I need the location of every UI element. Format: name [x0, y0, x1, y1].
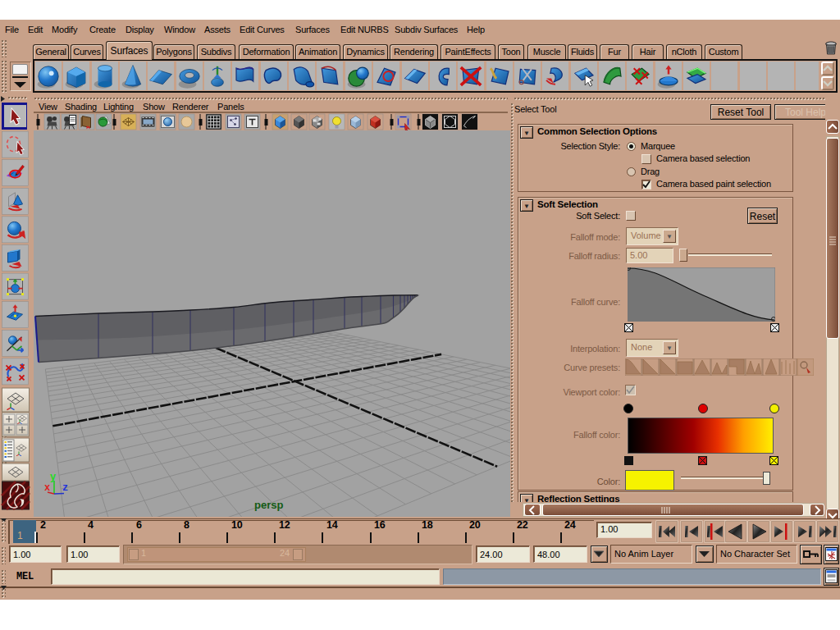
svg-text:y: y [50, 472, 56, 483]
svg-text:z: z [62, 482, 68, 494]
svg-text:persp: persp [254, 499, 283, 511]
svg-text:x: x [44, 482, 50, 494]
